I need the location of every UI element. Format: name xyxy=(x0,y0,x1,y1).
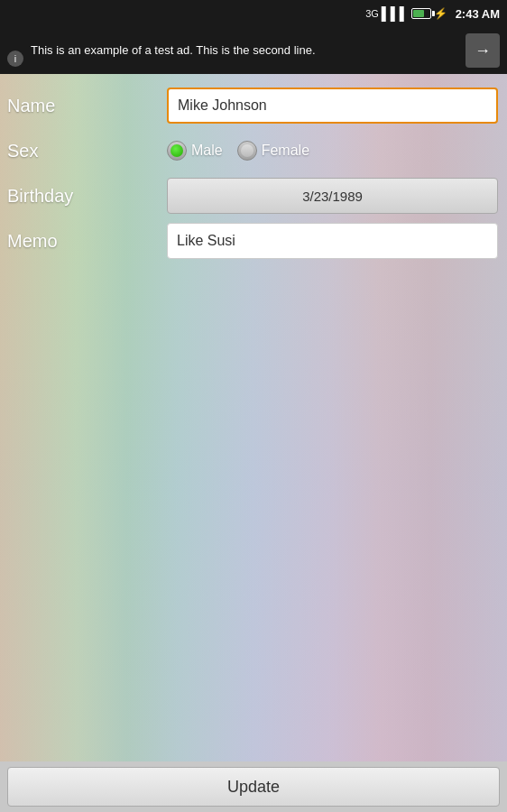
ad-text: This is an example of a test ad. This is… xyxy=(31,42,458,59)
charging-icon: ⚡ xyxy=(434,7,447,20)
ad-arrow-button[interactable]: → xyxy=(466,33,500,68)
memo-control xyxy=(167,223,507,259)
battery-icon xyxy=(411,8,431,19)
male-label: Male xyxy=(191,143,223,159)
sex-control: Male Female xyxy=(167,141,507,161)
male-option[interactable]: Male xyxy=(167,141,223,161)
sex-label: Sex xyxy=(0,141,167,161)
update-button[interactable]: Update xyxy=(7,767,500,807)
memo-input[interactable] xyxy=(167,223,498,259)
ad-info-icon: i xyxy=(7,51,23,67)
birthday-row: Birthday 3/23/1989 xyxy=(0,173,507,218)
name-control xyxy=(167,88,507,124)
female-radio-outer xyxy=(237,141,257,161)
ad-arrow-icon: → xyxy=(475,42,491,60)
status-time: 2:43 AM xyxy=(456,7,500,21)
name-row: Name xyxy=(0,83,507,128)
bottom-bar: Update xyxy=(0,761,507,812)
female-option[interactable]: Female xyxy=(237,141,309,161)
name-input[interactable] xyxy=(167,88,498,124)
status-bar: 3G ▌▌▌ ⚡ 2:43 AM xyxy=(0,0,507,27)
birthday-picker[interactable]: 3/23/1989 xyxy=(167,178,498,214)
female-label: Female xyxy=(262,143,309,159)
male-radio-outer xyxy=(167,141,187,161)
ad-banner: i This is an example of a test ad. This … xyxy=(0,27,507,74)
birthday-label: Birthday xyxy=(0,186,167,207)
bars-icon: ▌▌▌ xyxy=(382,6,409,21)
sex-row: Sex Male Female xyxy=(0,128,507,173)
male-radio-inner xyxy=(171,144,183,157)
status-icons: 3G ▌▌▌ ⚡ 2:43 AM xyxy=(365,6,500,21)
signal-icon: 3G xyxy=(365,8,379,19)
female-radio-inner xyxy=(241,144,254,157)
memo-row: Memo xyxy=(0,218,507,263)
birthday-value: 3/23/1989 xyxy=(302,189,363,204)
name-label: Name xyxy=(0,96,167,116)
birthday-control: 3/23/1989 xyxy=(167,178,507,214)
update-label: Update xyxy=(227,778,280,797)
sex-radio-group: Male Female xyxy=(167,141,498,161)
memo-label: Memo xyxy=(0,231,167,252)
form-area: Name Sex Male Female xyxy=(0,74,507,272)
